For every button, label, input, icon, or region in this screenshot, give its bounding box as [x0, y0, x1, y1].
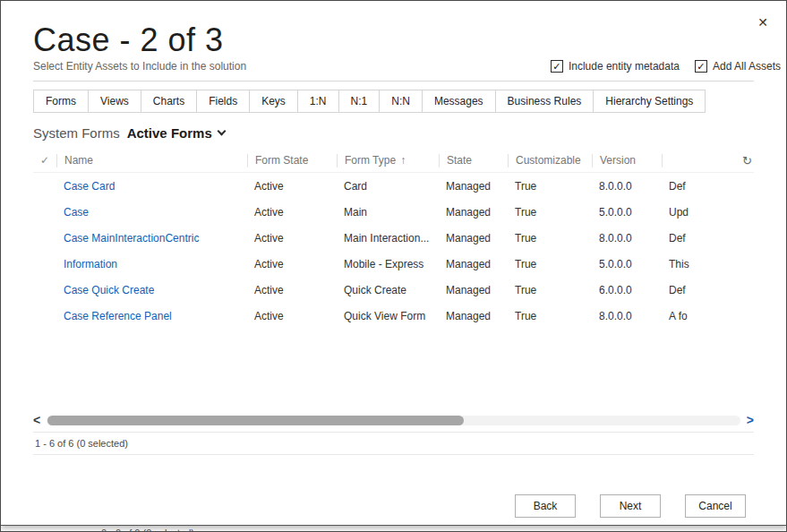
tab-strip: FormsViewsChartsFieldsKeys1:NN:1N:NMessa…: [33, 90, 754, 113]
tab-1-n[interactable]: 1:N: [297, 90, 339, 113]
customizable-cell: True: [508, 206, 592, 219]
horizontal-scrollbar: < >: [33, 413, 754, 427]
dialog-header: Case - 2 of 3 Select Entity Assets to In…: [33, 22, 754, 82]
column-header-customizable[interactable]: Customizable: [508, 154, 592, 167]
form-name-link[interactable]: Case Reference Panel: [56, 310, 247, 322]
form-type-cell: Main Interaction...: [337, 232, 439, 245]
scrollbar-track[interactable]: [47, 416, 740, 425]
add-all-assets-checkbox[interactable]: ✓ Add All Assets: [695, 60, 781, 73]
column-header-description: [662, 154, 754, 167]
tab-messages[interactable]: Messages: [422, 90, 496, 113]
customizable-cell: True: [508, 258, 592, 270]
next-button[interactable]: Next: [600, 494, 661, 518]
version-cell: 5.0.0.0: [592, 258, 662, 270]
checkbox-checked-icon: ✓: [551, 60, 563, 73]
table-row[interactable]: InformationActiveMobile - ExpressManaged…: [33, 251, 754, 277]
state-cell: Managed: [439, 232, 508, 245]
description-cell: Def: [662, 180, 754, 193]
tab-hierarchy-settings[interactable]: Hierarchy Settings: [593, 90, 706, 113]
version-cell: 8.0.0.0: [592, 232, 662, 245]
form-name-link[interactable]: Case Card: [56, 180, 247, 193]
form-name-link[interactable]: Case: [56, 206, 247, 219]
tab-charts[interactable]: Charts: [141, 90, 197, 113]
page-title: Case - 2 of 3: [33, 22, 754, 58]
form-state-cell: Active: [247, 180, 337, 193]
description-cell: A fo: [662, 310, 754, 322]
grid-header: ✓ Name Form State Form Type↑ State Custo…: [33, 149, 754, 173]
form-state-cell: Active: [247, 310, 337, 322]
view-selector-row: System Forms Active Forms: [33, 122, 754, 149]
background-status-text: 0 - 0 of 0 (0 selected): [101, 528, 194, 532]
description-cell: This: [662, 258, 754, 270]
form-type-cell: Quick View Form: [337, 310, 439, 322]
form-state-cell: Active: [247, 232, 337, 245]
chevron-down-icon: [217, 127, 226, 136]
description-cell: Def: [662, 284, 754, 296]
scroll-right-icon[interactable]: >: [747, 414, 754, 426]
column-header-state[interactable]: State: [439, 154, 508, 167]
description-cell: Def: [662, 232, 754, 245]
form-type-cell: Card: [337, 180, 439, 193]
grid-body: Case CardActiveCardManagedTrue8.0.0.0Def…: [33, 173, 754, 411]
description-cell: Upd: [662, 206, 754, 219]
sort-ascending-icon: ↑: [400, 154, 406, 167]
tab-business-rules[interactable]: Business Rules: [495, 90, 595, 113]
table-row[interactable]: Case Reference PanelActiveQuick View For…: [33, 303, 754, 329]
version-cell: 8.0.0.0: [592, 180, 662, 193]
form-type-cell: Quick Create: [337, 284, 439, 296]
record-count-status: 1 - 6 of 6 (0 selected): [33, 432, 754, 455]
customizable-cell: True: [508, 180, 592, 193]
table-row[interactable]: Case CardActiveCardManagedTrue8.0.0.0Def: [33, 173, 754, 199]
section-label: System Forms: [33, 125, 120, 141]
check-icon: ✓: [40, 154, 49, 167]
select-all-header[interactable]: ✓: [33, 154, 56, 167]
customizable-cell: True: [508, 232, 592, 245]
add-assets-dialog: ✕ Case - 2 of 3 Select Entity Assets to …: [1, 1, 786, 526]
tab-n-n[interactable]: N:N: [379, 90, 423, 113]
include-entity-metadata-label: Include entity metadata: [569, 60, 680, 73]
customizable-cell: True: [508, 284, 592, 296]
view-selector[interactable]: Active Forms: [127, 125, 225, 141]
tab-views[interactable]: Views: [88, 90, 141, 113]
form-state-cell: Active: [247, 258, 337, 270]
scroll-left-icon[interactable]: <: [33, 414, 40, 426]
include-entity-metadata-checkbox[interactable]: ✓ Include entity metadata: [551, 60, 680, 73]
checkbox-checked-icon: ✓: [695, 60, 707, 73]
cancel-button[interactable]: Cancel: [685, 494, 746, 518]
form-state-cell: Active: [247, 284, 337, 296]
tab-fields[interactable]: Fields: [196, 90, 250, 113]
form-type-cell: Mobile - Express: [337, 258, 439, 270]
state-cell: Managed: [439, 206, 508, 219]
app-window: ✕ Case - 2 of 3 Select Entity Assets to …: [0, 0, 787, 532]
tab-keys[interactable]: Keys: [249, 90, 298, 113]
tab-n-1[interactable]: N:1: [338, 90, 381, 113]
state-cell: Managed: [439, 258, 508, 270]
form-state-cell: Active: [247, 206, 337, 219]
close-icon[interactable]: ✕: [757, 15, 768, 30]
column-header-form-state[interactable]: Form State: [247, 154, 337, 167]
view-selector-label: Active Forms: [127, 125, 212, 141]
refresh-icon[interactable]: ↻: [742, 154, 752, 167]
forms-grid: System Forms Active Forms ✓ Name Form St…: [33, 122, 754, 455]
version-cell: 8.0.0.0: [592, 310, 662, 322]
form-name-link[interactable]: Case MainInteractionCentric: [56, 232, 247, 245]
customizable-cell: True: [508, 310, 592, 322]
back-button[interactable]: Back: [515, 494, 576, 518]
version-cell: 5.0.0.0: [592, 206, 662, 219]
header-options: ✓ Include entity metadata ✓ Add All Asse…: [551, 60, 781, 73]
state-cell: Managed: [439, 180, 508, 193]
form-name-link[interactable]: Information: [56, 258, 247, 270]
column-header-name[interactable]: Name: [56, 154, 247, 167]
form-type-cell: Main: [337, 206, 439, 219]
column-header-version[interactable]: Version: [592, 154, 662, 167]
table-row[interactable]: Case Quick CreateActiveQuick CreateManag…: [33, 277, 754, 303]
table-row[interactable]: Case MainInteractionCentricActiveMain In…: [33, 225, 754, 251]
state-cell: Managed: [439, 284, 508, 296]
tab-forms[interactable]: Forms: [33, 90, 89, 113]
add-all-assets-label: Add All Assets: [713, 60, 781, 73]
scrollbar-thumb[interactable]: [47, 416, 464, 425]
form-name-link[interactable]: Case Quick Create: [56, 284, 247, 296]
table-row[interactable]: CaseActiveMainManagedTrue5.0.0.0Upd: [33, 199, 754, 225]
version-cell: 6.0.0.0: [592, 284, 662, 296]
column-header-form-type[interactable]: Form Type↑: [337, 154, 439, 167]
